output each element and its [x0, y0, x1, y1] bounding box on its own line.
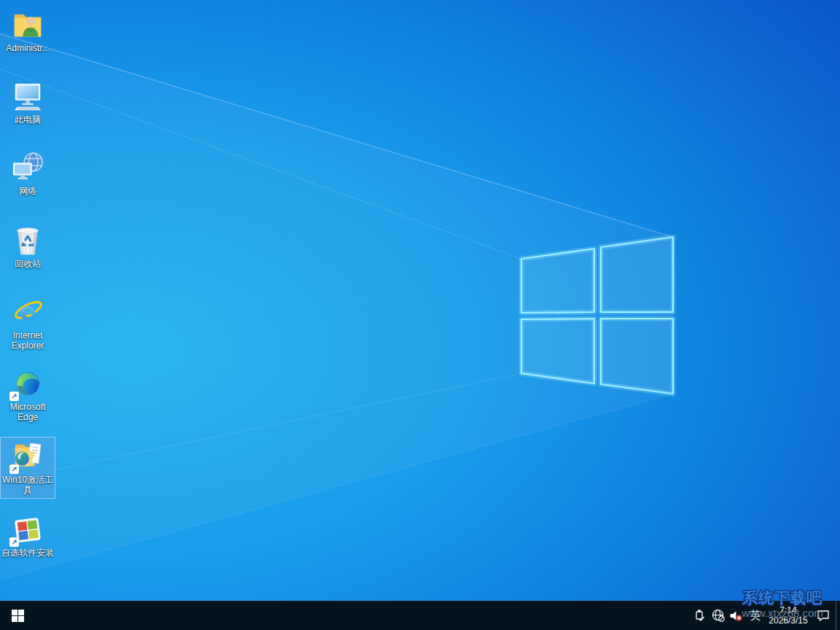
desktop-icon-label: Microsoft Edge	[1, 402, 54, 422]
usb-device-icon[interactable]	[691, 601, 709, 630]
taskbar: 英 7:14 2026/3/15	[0, 601, 840, 630]
desktop-icon-label: Internet Explorer	[1, 330, 54, 351]
desktop-icon-administrator[interactable]: Administr...	[1, 6, 55, 56]
desktop-icon-recycle-bin[interactable]: 回收站	[1, 222, 55, 272]
desktop-icon-label: Administr...	[6, 43, 49, 53]
action-center-button[interactable]	[811, 601, 836, 630]
volume-muted-icon[interactable]	[727, 601, 745, 630]
recycle-bin-icon	[11, 224, 44, 257]
desktop-wallpaper: Administr... 此电脑	[0, 0, 840, 601]
desktop-icon-label: 回收站	[15, 259, 41, 269]
taskbar-clock[interactable]: 7:14 2026/3/15	[766, 601, 811, 630]
desktop-icon-network[interactable]: 网络	[1, 149, 55, 199]
wallpaper-light-rays	[0, 0, 840, 601]
show-desktop-button[interactable]	[836, 601, 840, 630]
windows-logo	[521, 237, 673, 394]
desktop-icon-this-pc[interactable]: 此电脑	[1, 77, 55, 128]
network-no-internet-icon[interactable]	[709, 601, 727, 630]
desktop-icon-label: 网络	[19, 186, 36, 196]
input-method-indicator[interactable]: 英	[745, 601, 766, 630]
desktop-icon-label: 自选软件安装	[1, 548, 54, 558]
desktop-icon-internet-explorer[interactable]: e Internet Explorer	[1, 293, 55, 354]
clock-time: 7:14	[779, 605, 796, 615]
system-tray: 英 7:14 2026/3/15	[691, 601, 840, 630]
desktop-icon-microsoft-edge[interactable]: ↗ Microsoft Edge	[1, 365, 55, 425]
internet-explorer-icon: e	[11, 295, 44, 329]
action-center-icon	[817, 609, 830, 622]
shortcut-arrow-icon: ↗	[9, 537, 19, 547]
user-folder-icon	[11, 8, 44, 42]
clock-date: 2026/3/15	[769, 615, 807, 626]
desktop-icon-label: Win10激活工具	[1, 475, 54, 495]
windows-start-icon	[12, 610, 24, 622]
shortcut-arrow-icon: ↗	[9, 464, 19, 474]
desktop-icon-software-install[interactable]: ↗ 自选软件安装	[1, 510, 55, 561]
computer-icon	[11, 79, 44, 113]
network-globe-icon	[11, 151, 44, 184]
desktop-icon-win10-activation-tool[interactable]: ↗ Win10激活工具	[1, 438, 55, 498]
start-button[interactable]	[0, 601, 35, 630]
windows-logo-glow	[521, 237, 673, 394]
desktop-icon-label: 此电脑	[15, 114, 41, 125]
shortcut-arrow-icon: ↗	[9, 392, 19, 401]
